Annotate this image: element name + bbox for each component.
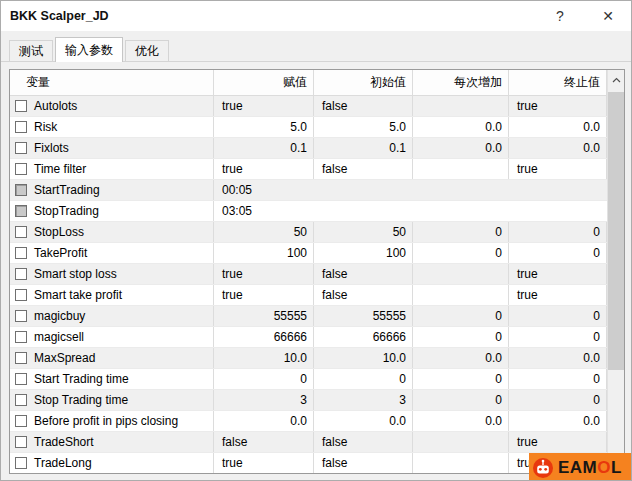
cell-start[interactable]: 50 [314, 222, 413, 242]
table-row[interactable]: Risk5.05.00.00.0 [10, 117, 607, 138]
cell-variable[interactable]: magicsell [10, 327, 214, 347]
cell-stop[interactable]: 0 [509, 222, 607, 242]
cell-variable[interactable]: StopTrading [10, 201, 214, 221]
table-row[interactable]: StopTrading03:05 [10, 201, 607, 222]
cell-stop[interactable]: 0.0 [509, 411, 607, 431]
table-row[interactable]: Smart stop losstruefalsetrue [10, 264, 607, 285]
checkbox-unchecked[interactable] [15, 373, 27, 385]
cell-variable[interactable]: Autolots [10, 96, 214, 116]
table-row[interactable]: TradeShortfalsefalsetrue [10, 432, 607, 453]
table-row[interactable]: TakeProfit10010000 [10, 243, 607, 264]
help-button[interactable]: ? [549, 5, 571, 27]
cell-variable[interactable]: Smart stop loss [10, 264, 214, 284]
cell-value[interactable]: true [214, 285, 314, 305]
cell-step[interactable]: 0.0 [413, 138, 509, 158]
cell-start[interactable]: 0.0 [314, 411, 413, 431]
cell-variable[interactable]: Time filter [10, 159, 214, 179]
checkbox-unchecked[interactable] [15, 331, 27, 343]
cell-variable[interactable]: StartTrading [10, 180, 214, 200]
cell-start[interactable]: false [314, 264, 413, 284]
table-row[interactable]: StopLoss505000 [10, 222, 607, 243]
checkbox-unchecked[interactable] [15, 142, 27, 154]
cell-variable[interactable]: Risk [10, 117, 214, 137]
cell-start[interactable]: 0 [314, 369, 413, 389]
table-row[interactable]: Autolotstruefalsetrue [10, 96, 607, 117]
cell-stop[interactable]: 0.0 [509, 138, 607, 158]
cell-value[interactable]: false [214, 432, 314, 452]
checkbox-unchecked[interactable] [15, 268, 27, 280]
cell-variable[interactable]: Before profit in pips closing [10, 411, 214, 431]
cell-step[interactable]: 0 [413, 222, 509, 242]
table-row[interactable]: TradeLongtruefalsetrue [10, 453, 607, 474]
table-row[interactable]: Fixlots0.10.10.00.0 [10, 138, 607, 159]
cell-stop[interactable]: 0 [509, 390, 607, 410]
checkbox-unchecked[interactable] [15, 226, 27, 238]
cell-variable[interactable]: Start Trading time [10, 369, 214, 389]
checkbox-unchecked[interactable] [15, 247, 27, 259]
table-row[interactable]: Before profit in pips closing0.00.00.00.… [10, 411, 607, 432]
cell-value[interactable]: true [214, 453, 314, 473]
table-row[interactable]: MaxSpread10.010.00.00.0 [10, 348, 607, 369]
cell-start[interactable]: false [314, 285, 413, 305]
cell-variable[interactable]: Fixlots [10, 138, 214, 158]
cell-value[interactable]: 00:05 [214, 180, 607, 200]
close-button[interactable]: ✕ [597, 5, 619, 27]
cell-stop[interactable]: 0 [509, 327, 607, 347]
cell-variable[interactable]: Stop Trading time [10, 390, 214, 410]
cell-value[interactable]: true [214, 264, 314, 284]
cell-value[interactable]: 5.0 [214, 117, 314, 137]
cell-stop[interactable]: true [509, 264, 607, 284]
cell-start[interactable]: false [314, 159, 413, 179]
cell-variable[interactable]: StopLoss [10, 222, 214, 242]
table-row[interactable]: Start Trading time0000 [10, 369, 607, 390]
checkbox-unchecked[interactable] [15, 436, 27, 448]
checkbox-unchecked[interactable] [15, 163, 27, 175]
checkbox-unchecked[interactable] [15, 415, 27, 427]
cell-value[interactable]: 50 [214, 222, 314, 242]
cell-variable[interactable]: MaxSpread [10, 348, 214, 368]
cell-value[interactable]: 55555 [214, 306, 314, 326]
checkbox-unchecked[interactable] [15, 352, 27, 364]
vertical-scrollbar[interactable] [607, 70, 624, 473]
cell-value[interactable]: true [214, 159, 314, 179]
cell-value[interactable]: true [214, 96, 314, 116]
cell-start[interactable]: false [314, 432, 413, 452]
cell-step[interactable]: 0.0 [413, 117, 509, 137]
table-row[interactable]: magicsell666666666600 [10, 327, 607, 348]
cell-value[interactable]: 100 [214, 243, 314, 263]
cell-stop[interactable]: 0.0 [509, 117, 607, 137]
tab-test[interactable]: 测试 [9, 40, 53, 61]
cell-step[interactable] [413, 96, 509, 116]
checkbox-unchecked[interactable] [15, 100, 27, 112]
cell-stop[interactable]: true [509, 96, 607, 116]
scrollbar-thumb[interactable] [608, 92, 625, 370]
cell-step[interactable]: 0 [413, 243, 509, 263]
cell-value[interactable]: 0 [214, 369, 314, 389]
checkbox-unchecked[interactable] [15, 457, 27, 469]
cell-step[interactable] [413, 285, 509, 305]
table-row[interactable]: magicbuy555555555500 [10, 306, 607, 327]
checkbox-unchecked[interactable] [15, 289, 27, 301]
cell-step[interactable]: 0.0 [413, 348, 509, 368]
cell-start[interactable]: 10.0 [314, 348, 413, 368]
cell-stop[interactable]: 0 [509, 243, 607, 263]
cell-step[interactable]: 0.0 [413, 411, 509, 431]
cell-stop[interactable]: true [509, 159, 607, 179]
cell-step[interactable] [413, 159, 509, 179]
cell-start[interactable]: 55555 [314, 306, 413, 326]
cell-stop[interactable]: true [509, 285, 607, 305]
cell-start[interactable]: false [314, 96, 413, 116]
cell-variable[interactable]: Smart take profit [10, 285, 214, 305]
cell-variable[interactable]: TradeShort [10, 432, 214, 452]
cell-value[interactable]: 3 [214, 390, 314, 410]
cell-variable[interactable]: TakeProfit [10, 243, 214, 263]
cell-step[interactable]: 0 [413, 369, 509, 389]
checkbox-disabled[interactable] [15, 184, 27, 196]
cell-stop[interactable]: 0 [509, 369, 607, 389]
cell-stop[interactable]: true [509, 432, 607, 452]
cell-step[interactable]: 0 [413, 390, 509, 410]
cell-value[interactable]: 03:05 [214, 201, 607, 221]
table-row[interactable]: Smart take profittruefalsetrue [10, 285, 607, 306]
cell-start[interactable]: 66666 [314, 327, 413, 347]
cell-start[interactable]: 3 [314, 390, 413, 410]
